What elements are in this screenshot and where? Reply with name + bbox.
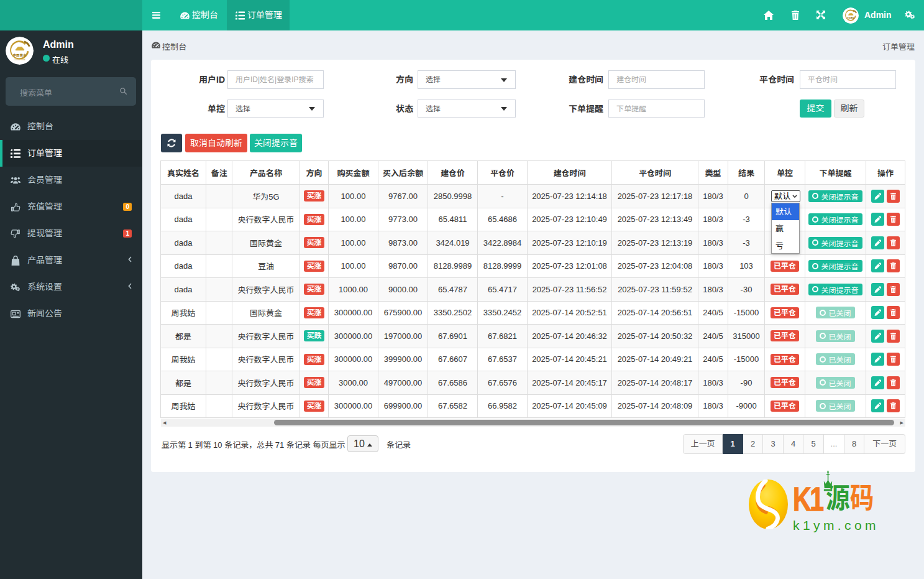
svg-text:China Gold: China Gold (848, 20, 854, 21)
svg-text:China Gold: China Gold (14, 58, 25, 61)
svg-text:中国黄金: 中国黄金 (13, 53, 27, 57)
svg-text:中国黄金: 中国黄金 (847, 17, 855, 19)
